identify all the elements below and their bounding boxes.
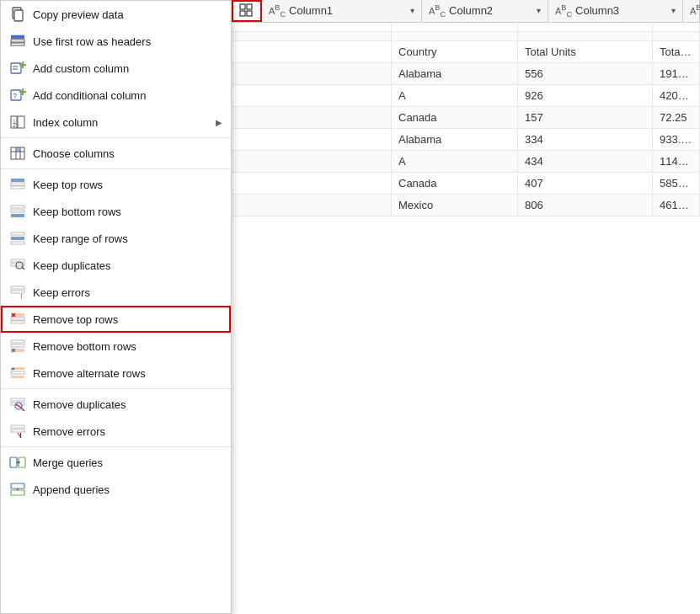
menu-item-copy-preview[interactable]: Copy preview data [1, 1, 231, 28]
svg-rect-51 [11, 371, 24, 374]
table-cell-r3-c3: 1917.35 [653, 63, 700, 84]
menu-item-label-keep-range-rows: Keep range of rows [33, 232, 128, 245]
col-dropdown-3[interactable]: ▾ [671, 6, 676, 15]
table-cell-r8-c2: 407 [518, 173, 653, 194]
svg-rect-60 [11, 425, 24, 428]
col-type-icon-2: ABC [429, 3, 446, 19]
table-row: A4341142.87 [232, 151, 700, 173]
table-cell-r0-c3 [653, 23, 700, 31]
menu-item-use-first-row[interactable]: Use first row as headers [1, 28, 231, 55]
menu-item-add-custom-col[interactable]: Add custom column [1, 55, 231, 82]
svg-rect-73 [240, 11, 245, 16]
menu-item-label-remove-bottom-rows: Remove bottom rows [33, 340, 136, 353]
menu-item-label-keep-duplicates: Keep duplicates [33, 259, 111, 272]
col-header-1[interactable]: ABC Column1 ▾ [262, 0, 422, 22]
table-cell-r2-c2: Total Units [518, 41, 653, 62]
menu-item-index-column[interactable]: 12Index column▶ [1, 109, 231, 136]
table-cell-r7-c3: 1142.87 [653, 151, 700, 172]
context-menu: Copy preview dataUse first row as header… [0, 0, 232, 614]
menu-item-remove-errors[interactable]: !Remove errors [1, 418, 231, 445]
svg-rect-64 [10, 457, 17, 467]
keep-top-icon [9, 176, 26, 193]
menu-item-keep-bottom-rows[interactable]: Keep bottom rows [1, 198, 231, 225]
menu-item-merge-queries[interactable]: Merge queries [1, 449, 231, 476]
table-cell-r3-c2: 556 [518, 63, 653, 84]
col-dropdown-2[interactable]: ▾ [537, 6, 541, 15]
menu-item-label-choose-columns: Choose columns [33, 147, 115, 160]
table-cell-r7-c0 [232, 151, 392, 172]
table-row [232, 23, 700, 32]
corner-grid-icon[interactable] [232, 0, 262, 22]
menu-item-keep-range-rows[interactable]: Keep range of rows [1, 225, 231, 252]
copy-icon [9, 6, 26, 23]
menu-item-keep-top-rows[interactable]: Keep top rows [1, 171, 231, 198]
table-cell-r5-c3: 72.25 [653, 107, 700, 128]
table-cell-r0-c0 [232, 23, 392, 31]
keep-dupes-icon [9, 257, 26, 274]
table-header: ABC Column1 ▾ ABC Column2 ▾ ABC Column3 … [232, 0, 700, 23]
table-area: ABC Column1 ▾ ABC Column2 ▾ ABC Column3 … [232, 0, 700, 614]
menu-item-remove-bottom-rows[interactable]: Remove bottom rows [1, 333, 231, 360]
table-cell-r9-c0 [232, 195, 392, 216]
add-custom-icon [9, 60, 26, 77]
table-cell-r8-c1: Canada [392, 173, 518, 194]
col-header-2[interactable]: ABC Column2 ▾ [422, 0, 548, 22]
col-name-2: Column2 [449, 4, 533, 17]
menu-item-label-add-custom-col: Add custom column [33, 62, 129, 75]
col-header-4[interactable]: ABC Column4 ▾ [683, 0, 700, 22]
svg-rect-26 [11, 186, 24, 189]
svg-text:?: ? [13, 92, 17, 100]
table-cell-r7-c2: 434 [518, 151, 653, 172]
menu-item-append-queries[interactable]: Append queries [1, 476, 231, 503]
menu-item-label-remove-alternate-rows: Remove alternate rows [33, 367, 146, 380]
col-type-icon-3: ABC [555, 3, 572, 19]
svg-rect-28 [11, 210, 24, 212]
svg-rect-42 [11, 321, 24, 323]
svg-text:!: ! [20, 292, 23, 301]
col-type-icon-1: ABC [269, 3, 286, 19]
table-cell-r0-c1 [392, 23, 518, 31]
table-cell-r3-c0 [232, 63, 392, 84]
menu-item-remove-duplicates[interactable]: Remove duplicates [1, 391, 231, 418]
table-cell-r8-c3: 5851.3 [653, 173, 700, 194]
menu-item-keep-errors[interactable]: !Keep errors [1, 279, 231, 306]
col-dropdown-1[interactable]: ▾ [410, 6, 414, 15]
table-cell-r2-c1: Country [392, 41, 518, 62]
svg-rect-71 [240, 4, 245, 9]
table-cell-r4-c1: A [392, 85, 518, 106]
merge-icon [9, 454, 26, 471]
table-row: Canada15772.25 [232, 107, 700, 129]
remove-dupes-icon [9, 396, 26, 413]
col-name-1: Column1 [289, 4, 407, 17]
index-icon: 12 [9, 114, 26, 131]
menu-item-remove-top-rows[interactable]: Remove top rows [1, 306, 231, 333]
menu-item-label-use-first-row: Use first row as headers [33, 35, 151, 48]
table-cell-r2-c3: Total Revenue [653, 41, 700, 62]
col-name-3: Column3 [575, 4, 668, 17]
remove-alternate-icon [9, 365, 26, 382]
svg-rect-45 [11, 340, 24, 343]
table-cell-r9-c3: 4614.86 [653, 195, 700, 216]
menu-item-label-keep-bottom-rows: Keep bottom rows [33, 206, 121, 218]
svg-rect-16 [18, 116, 24, 128]
col-header-3[interactable]: ABC Column3 ▾ [548, 0, 683, 22]
menu-item-choose-columns[interactable]: Choose columns [1, 140, 231, 167]
table-cell-r6-c1: Alabama [392, 129, 518, 150]
menu-item-label-remove-duplicates: Remove duplicates [33, 398, 126, 411]
table-row: A9264208.45 [232, 85, 700, 107]
svg-marker-67 [19, 461, 20, 464]
menu-item-add-conditional-col[interactable]: ?Add conditional column [1, 82, 231, 109]
table-cell-r0-c2 [518, 23, 653, 31]
table-row: Mexico8064614.86 [232, 195, 700, 216]
svg-rect-4 [11, 43, 24, 45]
menu-item-remove-alternate-rows[interactable]: Remove alternate rows [1, 360, 231, 387]
table-cell-r7-c1: A [392, 151, 518, 172]
menu-item-label-keep-top-rows: Keep top rows [33, 179, 103, 191]
table-row: Canada4075851.3 [232, 173, 700, 195]
menu-item-label-copy-preview: Copy preview data [33, 8, 124, 21]
table-cell-r5-c1: Canada [392, 107, 518, 128]
svg-rect-27 [11, 206, 24, 208]
menu-item-keep-duplicates[interactable]: Keep duplicates [1, 252, 231, 279]
table-cell-r5-c2: 157 [518, 107, 653, 128]
append-icon [9, 481, 26, 498]
